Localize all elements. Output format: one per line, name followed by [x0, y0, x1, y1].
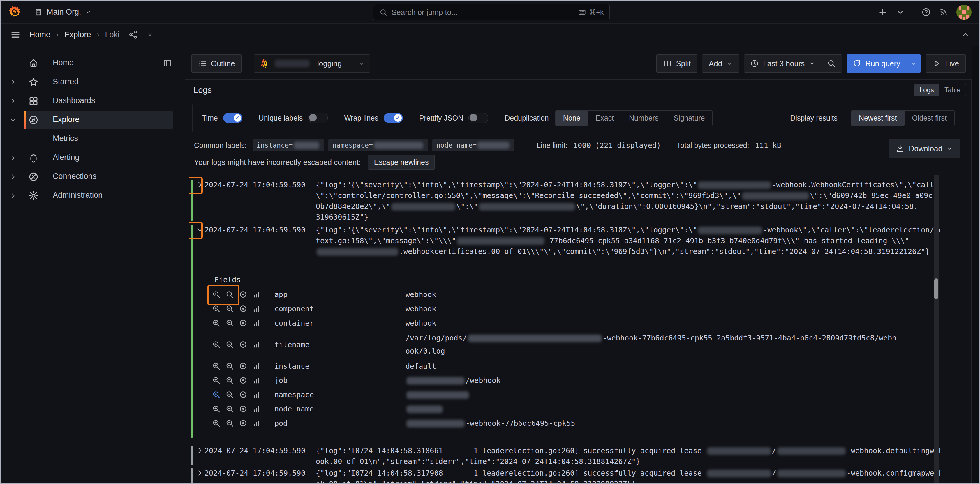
search-input[interactable]: Search or jump to... ⌘+k: [373, 4, 610, 21]
toggle-prettify-json: Prettify JSON: [419, 113, 488, 123]
redacted-text: [317, 248, 398, 255]
split-button[interactable]: Split: [656, 54, 697, 73]
news-rss-icon[interactable]: [939, 8, 948, 17]
chevron-down-icon[interactable]: [896, 8, 905, 17]
filter-for-value-icon[interactable]: [212, 340, 221, 349]
toggle-visibility-icon[interactable]: [239, 340, 247, 349]
sidebar-item-connections[interactable]: Connections: [1, 168, 179, 186]
download-button[interactable]: Download: [889, 139, 960, 158]
run-query-options-button[interactable]: [906, 54, 921, 73]
filter-out-value-icon[interactable]: [226, 405, 234, 413]
field-stats-icon[interactable]: [252, 362, 261, 370]
filter-out-value-icon[interactable]: [226, 390, 234, 399]
toggle-visibility-icon[interactable]: [239, 419, 247, 427]
field-stats-icon[interactable]: [252, 419, 261, 427]
toggle-switch-wrap-lines[interactable]: ✓: [383, 113, 403, 123]
filter-out-value-icon[interactable]: [226, 419, 234, 427]
view-option-logs[interactable]: Logs: [914, 84, 939, 96]
dock-menu-icon[interactable]: [163, 59, 172, 68]
escape-newlines-button[interactable]: Escape newlines: [368, 155, 435, 170]
label-chip-node-name-[interactable]: node_name=: [432, 140, 514, 151]
dedup-option-exact[interactable]: Exact: [588, 111, 621, 125]
order-option-newest-first[interactable]: Newest first: [851, 111, 905, 125]
toggle-visibility-icon[interactable]: [239, 304, 247, 313]
field-row-app: appwebhook: [207, 287, 923, 302]
field-stats-icon[interactable]: [252, 405, 261, 413]
toggle-visibility-icon[interactable]: [239, 319, 247, 327]
field-stats-icon[interactable]: [252, 390, 261, 399]
datasource-picker[interactable]: -logging: [254, 54, 370, 73]
expand-row-icon[interactable]: [196, 469, 204, 477]
log-details-fields: Fieldsappwebhookcomponentwebhookcontaine…: [207, 269, 923, 430]
toggle-visibility-icon[interactable]: [239, 405, 247, 413]
filter-for-value-icon[interactable]: [212, 390, 221, 399]
sidebar-item-dashboards[interactable]: Dashboards: [1, 92, 179, 110]
filter-out-value-icon[interactable]: [226, 319, 234, 327]
toggle-visibility-icon[interactable]: [239, 376, 247, 384]
label-chip-instance-[interactable]: instance=: [253, 140, 325, 151]
run-query-button[interactable]: Run query: [846, 54, 906, 73]
sidebar-item-alerting[interactable]: Alerting: [1, 149, 179, 167]
sidebar-item-administration[interactable]: Administration: [1, 187, 179, 205]
sidebar-item-explore[interactable]: Explore: [1, 111, 179, 129]
sidebar-item-metrics[interactable]: Metrics: [1, 130, 179, 148]
filter-for-value-icon[interactable]: [212, 362, 221, 370]
filter-for-value-icon[interactable]: [212, 304, 221, 313]
sidebar-item-home[interactable]: Home: [1, 54, 179, 72]
sidebar-item-label: Dashboards: [53, 96, 95, 105]
toggle-visibility-icon[interactable]: [239, 290, 247, 298]
toggle-switch-prettify-json[interactable]: [468, 113, 488, 123]
dedup-option-none[interactable]: None: [555, 111, 588, 125]
org-switcher[interactable]: Main Org.: [34, 8, 91, 17]
field-value: /var/log/pods/-webhook-77b6dc6495-cpk55_…: [406, 332, 899, 358]
filter-out-value-icon[interactable]: [226, 362, 234, 370]
live-button[interactable]: Live: [926, 54, 966, 73]
add-new-icon[interactable]: [878, 8, 887, 17]
view-option-table[interactable]: Table: [939, 84, 966, 96]
outline-button[interactable]: Outline: [191, 54, 242, 73]
dedup-option-signature[interactable]: Signature: [666, 111, 712, 125]
field-stats-icon[interactable]: [252, 319, 261, 327]
add-button[interactable]: Add: [702, 54, 739, 73]
toggle-visibility-icon[interactable]: [239, 362, 247, 370]
toggle-visibility-icon[interactable]: [239, 390, 247, 399]
help-icon[interactable]: [921, 8, 931, 17]
field-stats-icon[interactable]: [252, 304, 261, 313]
chevron-down-icon[interactable]: [147, 32, 153, 38]
filter-for-value-icon[interactable]: [212, 376, 221, 384]
label-chip-namespace-[interactable]: namespace=: [328, 140, 428, 151]
toggle-label: Time: [202, 114, 218, 122]
sidebar-item-starred[interactable]: Starred: [1, 73, 179, 91]
expand-row-icon[interactable]: [196, 446, 204, 455]
filter-out-value-icon[interactable]: [226, 340, 234, 349]
field-stats-icon[interactable]: [252, 340, 261, 349]
order-option-oldest-first[interactable]: Oldest first: [905, 111, 955, 125]
zoom-out-time-button[interactable]: [821, 55, 842, 72]
filter-for-value-icon[interactable]: [212, 419, 221, 427]
user-avatar[interactable]: [956, 5, 972, 20]
breadcrumb-item-loki[interactable]: Loki: [105, 30, 120, 39]
sidebar-nav: HomeStarredDashboardsExploreMetricsAlert…: [1, 46, 179, 483]
breadcrumb-item-explore[interactable]: Explore: [64, 30, 91, 39]
filter-for-value-icon[interactable]: [212, 405, 221, 413]
breadcrumb-item-home[interactable]: Home: [29, 30, 50, 39]
field-stats-icon[interactable]: [252, 290, 261, 298]
scrollbar-thumb[interactable]: [934, 278, 938, 299]
menu-hamburger-icon[interactable]: [10, 29, 21, 40]
dedup-option-numbers[interactable]: Numbers: [621, 111, 666, 125]
compass-icon: [28, 115, 39, 125]
grafana-logo-icon[interactable]: [8, 6, 22, 19]
log-line-text: {"log":"I0724 14:04:58.317908 1 leaderel…: [316, 468, 937, 484]
logs-scrollbar[interactable]: [934, 175, 939, 484]
filter-for-value-icon[interactable]: [212, 319, 221, 327]
filter-out-value-icon[interactable]: [226, 304, 234, 313]
redacted-text: [406, 377, 465, 384]
toggle-switch-unique-labels[interactable]: [308, 113, 328, 123]
collapse-controls-icon[interactable]: [961, 30, 970, 39]
escape-notice-row: Your logs might have incorrectly escaped…: [194, 155, 435, 170]
filter-out-value-icon[interactable]: [226, 376, 234, 384]
toggle-switch-time[interactable]: ✓: [223, 113, 242, 123]
time-range-picker[interactable]: Last 3 hours: [745, 55, 821, 72]
share-icon[interactable]: [128, 30, 138, 40]
field-stats-icon[interactable]: [252, 376, 261, 384]
